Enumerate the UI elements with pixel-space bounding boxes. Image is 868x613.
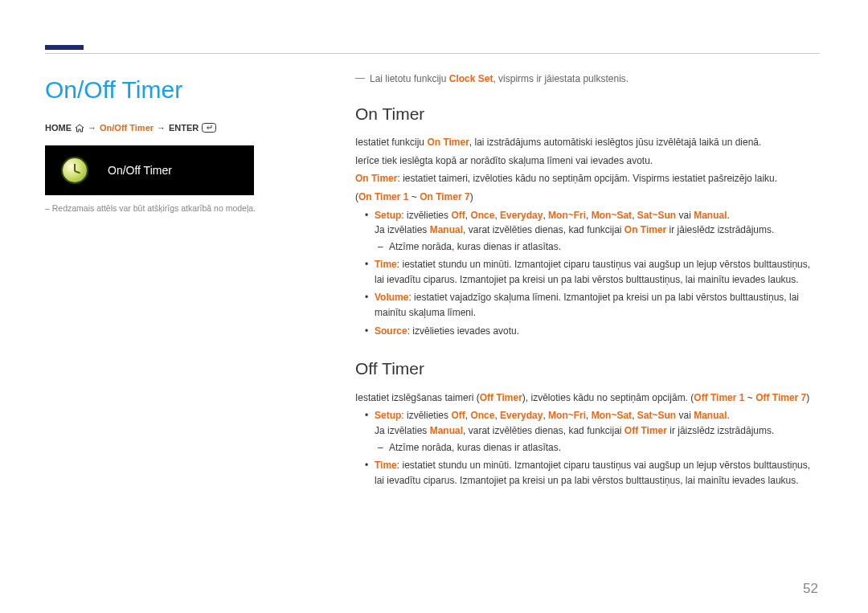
breadcrumb-item: On/Off Timer [100, 123, 154, 133]
on-timer-heading: On Timer [355, 101, 820, 128]
screenshot-caption: – Redzamais attēls var būt atšķirīgs atk… [45, 203, 323, 213]
breadcrumb-home: HOME [45, 123, 72, 133]
arrow-icon: → [157, 123, 166, 133]
breadcrumb-enter: ENTER [169, 123, 199, 133]
page-title: On/Off Timer [45, 76, 323, 104]
home-icon [75, 124, 84, 133]
clock-icon [63, 158, 87, 182]
screenshot-label: On/Off Timer [108, 164, 172, 177]
paragraph: On Timer: iestatiet taimeri, izvēloties … [355, 171, 820, 186]
list-item: Volume: iestatiet vajadzīgo skaļuma līme… [375, 290, 820, 320]
paragraph: Iestatiet izslēgšanas taimeri (Off Timer… [355, 390, 820, 406]
arrow-icon: → [88, 123, 96, 133]
top-note: Lai lietotu funkciju Clock Set, vispirms… [355, 72, 820, 87]
list-item: Setup: izvēlieties Off, Once, Everyday, … [375, 408, 820, 455]
dash-icon [355, 78, 365, 79]
sublist-item: Atzīme norāda, kuras dienas ir atlasītas… [389, 239, 820, 255]
enter-icon [202, 123, 216, 133]
list-item: Time: iestatiet stundu un minūti. Izmant… [375, 257, 820, 287]
list-item: Setup: izvēlieties Off, Once, Everyday, … [375, 208, 820, 255]
device-screenshot: On/Off Timer [45, 145, 254, 195]
off-timer-heading: Off Timer [355, 356, 820, 382]
list-item: Time: iestatiet stundu un minūti. Izmant… [375, 458, 820, 488]
paragraph: Iestatiet funkciju On Timer, lai izstrād… [355, 135, 820, 150]
sublist-item: Atzīme norāda, kuras dienas ir atlasītas… [389, 440, 820, 456]
paragraph: Ierīce tiek ieslēgta kopā ar norādīto sk… [355, 153, 820, 169]
page-number: 52 [803, 581, 818, 597]
top-rule [45, 53, 820, 54]
paragraph: (On Timer 1 ~ On Timer 7) [355, 190, 820, 205]
breadcrumb: HOME → On/Off Timer → ENTER [45, 123, 323, 133]
accent-bar [45, 45, 84, 50]
list-item: Source: izvēlieties ievades avotu. [375, 324, 820, 339]
